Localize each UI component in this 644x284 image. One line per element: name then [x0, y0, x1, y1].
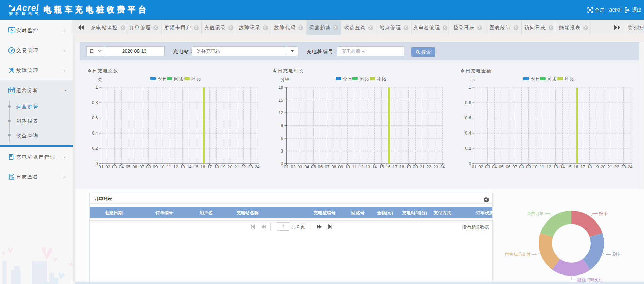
svg-text:21: 21 — [235, 165, 239, 170]
svg-text:03: 03 — [298, 165, 302, 170]
svg-text:0.8: 0.8 — [465, 100, 471, 105]
svg-text:19: 19 — [221, 165, 226, 170]
svg-text:06: 06 — [506, 165, 511, 170]
svg-text:0.8: 0.8 — [92, 100, 98, 105]
svg-text:07: 07 — [325, 165, 330, 170]
svg-text:0.2: 0.2 — [92, 146, 98, 151]
svg-text:环比: 环比 — [191, 76, 202, 81]
svg-text:0: 0 — [469, 161, 471, 166]
svg-text:0.4: 0.4 — [92, 131, 98, 136]
svg-text:20: 20 — [228, 165, 233, 170]
svg-text:15: 15 — [279, 98, 283, 103]
svg-text:24: 24 — [440, 165, 445, 170]
svg-text:今日: 今日 — [158, 76, 168, 81]
svg-text:元: 元 — [471, 77, 475, 82]
svg-text:21: 21 — [608, 165, 612, 170]
svg-text:23: 23 — [621, 165, 626, 170]
svg-text:今日: 今日 — [343, 76, 353, 81]
svg-text:0.6: 0.6 — [92, 116, 98, 120]
svg-text:03: 03 — [485, 165, 490, 170]
svg-text:16: 16 — [386, 165, 391, 170]
svg-text:15: 15 — [567, 165, 572, 170]
svg-text:19: 19 — [406, 165, 411, 170]
svg-text:23: 23 — [248, 165, 253, 170]
svg-text:14: 14 — [560, 165, 565, 170]
svg-text:20: 20 — [413, 165, 418, 170]
svg-text:17: 17 — [207, 165, 212, 170]
svg-text:13: 13 — [180, 165, 185, 170]
svg-text:19: 19 — [594, 165, 599, 170]
svg-text:今日充电次数: 今日充电次数 — [87, 68, 119, 73]
svg-text:13: 13 — [366, 165, 370, 170]
svg-text:15: 15 — [194, 165, 199, 170]
svg-text:今日充电时长: 今日充电时长 — [273, 68, 304, 73]
svg-text:13: 13 — [553, 165, 558, 170]
svg-text:17: 17 — [581, 165, 585, 170]
svg-text:14: 14 — [372, 165, 377, 170]
svg-text:次: 次 — [97, 77, 102, 82]
svg-text:01: 01 — [284, 165, 289, 170]
svg-text:同比: 同比 — [174, 76, 184, 81]
svg-text:21: 21 — [420, 165, 425, 170]
svg-text:11: 11 — [540, 165, 544, 170]
svg-text:分钟: 分钟 — [281, 77, 289, 82]
svg-text:12: 12 — [359, 165, 364, 170]
svg-text:24: 24 — [628, 165, 633, 170]
svg-text:08: 08 — [332, 165, 336, 170]
svg-text:02: 02 — [291, 165, 296, 170]
svg-text:今日: 今日 — [531, 76, 541, 81]
svg-text:07: 07 — [140, 165, 144, 170]
svg-text:15: 15 — [379, 165, 384, 170]
svg-text:0: 0 — [96, 161, 98, 166]
svg-text:10: 10 — [533, 165, 538, 170]
svg-text:09: 09 — [526, 165, 531, 170]
svg-text:1: 1 — [469, 85, 471, 90]
svg-text:05: 05 — [311, 165, 316, 170]
svg-text:0.4: 0.4 — [465, 131, 471, 136]
svg-text:06: 06 — [318, 165, 323, 170]
svg-text:同比: 同比 — [547, 76, 557, 81]
svg-text:20: 20 — [601, 165, 606, 170]
svg-text:08: 08 — [519, 165, 524, 170]
svg-text:环比: 环比 — [564, 76, 575, 81]
svg-text:08: 08 — [146, 165, 151, 170]
svg-text:9: 9 — [281, 123, 283, 128]
svg-text:0.2: 0.2 — [465, 146, 471, 151]
svg-text:03: 03 — [112, 165, 117, 170]
svg-text:18: 18 — [400, 165, 404, 170]
svg-text:22: 22 — [614, 165, 619, 170]
svg-text:23: 23 — [434, 165, 438, 170]
svg-text:12: 12 — [173, 165, 178, 170]
svg-text:18: 18 — [214, 165, 219, 170]
svg-text:11: 11 — [352, 165, 356, 170]
svg-text:04: 04 — [305, 165, 309, 170]
svg-text:同比: 同比 — [360, 76, 370, 81]
svg-text:09: 09 — [338, 165, 343, 170]
svg-text:10: 10 — [345, 165, 350, 170]
svg-text:3: 3 — [281, 149, 283, 154]
svg-text:0: 0 — [281, 161, 283, 166]
svg-text:01: 01 — [472, 165, 477, 170]
svg-text:01: 01 — [99, 165, 104, 170]
svg-text:02: 02 — [106, 165, 110, 170]
svg-text:0.6: 0.6 — [465, 116, 471, 120]
svg-text:今日充电金额: 今日充电金额 — [460, 68, 492, 73]
svg-text:18: 18 — [279, 85, 283, 90]
svg-text:06: 06 — [133, 165, 137, 170]
svg-text:10: 10 — [160, 165, 165, 170]
svg-text:22: 22 — [241, 165, 246, 170]
svg-text:02: 02 — [479, 165, 483, 170]
svg-text:24: 24 — [255, 165, 260, 170]
svg-text:11: 11 — [167, 165, 171, 170]
svg-text:07: 07 — [513, 165, 517, 170]
svg-text:6: 6 — [281, 136, 283, 141]
svg-text:16: 16 — [574, 165, 578, 170]
svg-text:12: 12 — [547, 165, 551, 170]
svg-text:05: 05 — [126, 165, 131, 170]
svg-text:12: 12 — [279, 110, 283, 115]
svg-text:22: 22 — [427, 165, 431, 170]
svg-text:18: 18 — [587, 165, 592, 170]
svg-text:17: 17 — [393, 165, 398, 170]
svg-text:环比: 环比 — [376, 76, 387, 81]
svg-text:05: 05 — [499, 165, 504, 170]
